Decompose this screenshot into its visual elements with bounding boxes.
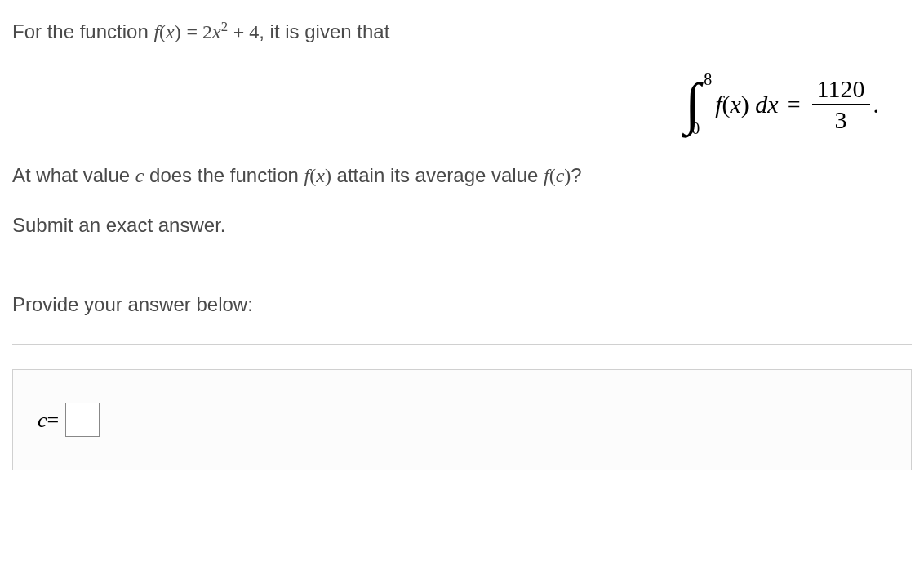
integrand: f(x) dx	[715, 86, 779, 122]
exponent: 2	[221, 19, 228, 34]
equals-sign: =	[787, 86, 801, 122]
divider-1	[12, 265, 912, 265]
integral-symbol: ∫	[685, 75, 700, 132]
func-arg: (x)	[159, 21, 181, 42]
answer-prompt: Provide your answer below:	[12, 290, 912, 319]
instruction: Submit an exact answer.	[12, 211, 912, 240]
coeff: 2	[202, 21, 212, 42]
intro-suffix: , it is given that	[259, 20, 389, 42]
answer-area: c =	[12, 369, 912, 470]
answer-equals: =	[47, 404, 60, 436]
denominator: 3	[830, 105, 852, 133]
result-fraction: 1120 3	[812, 75, 870, 133]
question-text: At what value c does the function f(x) a…	[12, 161, 912, 190]
numerator: 1120	[812, 75, 870, 105]
var-c: c	[135, 165, 144, 186]
var-x: x	[212, 21, 221, 42]
answer-row: c =	[38, 403, 895, 437]
period: .	[873, 86, 880, 122]
plus-const: + 4	[233, 21, 260, 42]
integral-equation: ∫ 8 0 f(x) dx = 1120 3 .	[12, 71, 912, 136]
problem-intro: For the function f(x) = 2x2 + 4, it is g…	[12, 16, 912, 47]
intro-prefix: For the function	[12, 20, 153, 42]
answer-var: c	[38, 404, 47, 436]
upper-bound: 8	[704, 71, 712, 87]
answer-input[interactable]	[65, 403, 100, 437]
fc-f: f	[544, 165, 549, 186]
equals: =	[186, 21, 202, 42]
